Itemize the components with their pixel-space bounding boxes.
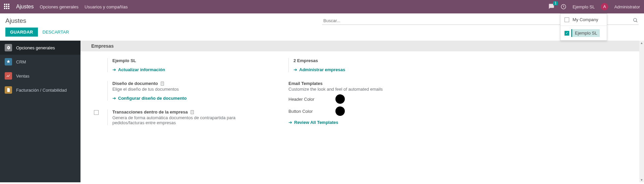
- intercompany-title: Transacciones dentro de la empresa: [112, 109, 188, 114]
- company-option-label: Ejemplo SL: [571, 29, 600, 37]
- current-company-name: Ejemplo SL: [112, 58, 268, 63]
- action-label: Administrar empresas: [299, 67, 345, 72]
- gear-icon: [5, 44, 12, 51]
- update-company-info-link[interactable]: ➔ Actualizar información: [112, 67, 165, 72]
- checkbox-unchecked-icon: [565, 17, 569, 22]
- apps-icon[interactable]: [4, 4, 10, 10]
- scroll-up-icon[interactable]: ▲: [639, 41, 644, 45]
- arrow-right-icon: ➔: [112, 67, 116, 72]
- sidebar-item-general[interactable]: Opciones generales: [0, 41, 80, 55]
- top-navbar: Ajustes Opciones generales Usuarios y co…: [0, 0, 644, 13]
- email-templates-desc: Customize the look and feel of automated…: [288, 87, 449, 92]
- configure-document-layout-link[interactable]: ➔ Configurar diseño de documento: [112, 96, 186, 101]
- chart-line-icon: [5, 72, 12, 80]
- company-option-label: My Company: [573, 17, 598, 22]
- company-option-mycompany[interactable]: My Company: [560, 14, 607, 26]
- company-dropdown: My Company ✓ Ejemplo SL: [560, 13, 607, 41]
- building-icon: [160, 81, 165, 86]
- manage-companies-link[interactable]: ➔ Administrar empresas: [293, 67, 345, 72]
- settings-sidebar: Opciones generales CRM Ventas Facturació…: [0, 41, 80, 182]
- email-templates-title: Email Templates: [288, 81, 449, 86]
- arrow-right-icon: ➔: [293, 67, 297, 72]
- sidebar-item-label: Opciones generales: [16, 45, 55, 50]
- file-icon: [5, 86, 12, 94]
- intercompany-desc: Genera de forma automática documentos de…: [112, 115, 268, 125]
- intercompany-checkbox[interactable]: [94, 110, 99, 115]
- svg-point-1: [634, 18, 637, 21]
- nav-menu-general[interactable]: Opciones generales: [40, 4, 78, 9]
- control-panel-buttons: GUARDAR DESCARTAR: [0, 25, 644, 41]
- avatar[interactable]: A: [601, 3, 608, 10]
- sidebar-item-sales[interactable]: Ventas: [0, 69, 80, 83]
- messages-button[interactable]: 1: [548, 3, 554, 10]
- arrow-right-icon: ➔: [112, 96, 116, 101]
- svg-rect-3: [191, 110, 194, 114]
- building-icon: [190, 110, 195, 114]
- page-title: Ajustes: [5, 17, 322, 25]
- sidebar-item-label: CRM: [16, 59, 26, 64]
- clock-icon[interactable]: [560, 4, 567, 10]
- header-color-label: Header Color: [288, 97, 335, 102]
- header-color-swatch[interactable]: [335, 94, 345, 104]
- checkbox-checked-icon: ✓: [565, 31, 569, 36]
- nav-menu-users[interactable]: Usuarios y compañías: [85, 4, 128, 9]
- app-title: Ajustes: [16, 4, 34, 10]
- settings-main: Empresas Ejemplo SL ➔ Actualizar informa…: [80, 41, 644, 182]
- discard-button[interactable]: DESCARTAR: [43, 30, 69, 35]
- handshake-icon: [5, 58, 12, 65]
- sidebar-item-label: Facturación / Contabilidad: [16, 88, 67, 93]
- avatar-initial: A: [603, 4, 606, 9]
- svg-rect-2: [161, 82, 164, 85]
- company-switcher[interactable]: Ejemplo SL: [573, 4, 595, 9]
- messages-badge: 1: [553, 1, 558, 5]
- document-layout-title: Diseño de documento: [112, 81, 158, 86]
- button-color-swatch[interactable]: [335, 106, 345, 116]
- save-button[interactable]: GUARDAR: [5, 28, 38, 37]
- sidebar-item-invoicing[interactable]: Facturación / Contabilidad: [0, 83, 80, 97]
- action-label: Actualizar información: [118, 67, 165, 72]
- review-templates-link[interactable]: ➔ Review All Templates: [288, 120, 338, 125]
- companies-count: 2 Empresas: [293, 58, 449, 63]
- sidebar-item-crm[interactable]: CRM: [0, 55, 80, 69]
- action-label: Review All Templates: [294, 120, 338, 125]
- sidebar-item-label: Ventas: [16, 74, 30, 79]
- company-option-ejemplo[interactable]: ✓ Ejemplo SL: [560, 26, 607, 40]
- action-label: Configurar diseño de documento: [118, 96, 186, 101]
- document-layout-desc: Elige el diseño de tus documentos: [112, 87, 268, 92]
- scrollbar[interactable]: ▲ ▼: [639, 41, 644, 182]
- arrow-right-icon: ➔: [288, 120, 292, 125]
- section-header-empresas: Empresas: [80, 41, 644, 51]
- scroll-down-icon[interactable]: ▼: [639, 178, 644, 182]
- user-name[interactable]: Administrator: [614, 4, 640, 9]
- control-panel: Ajustes: [0, 13, 644, 25]
- search-icon[interactable]: [633, 17, 638, 23]
- button-color-label: Button Color: [288, 109, 335, 114]
